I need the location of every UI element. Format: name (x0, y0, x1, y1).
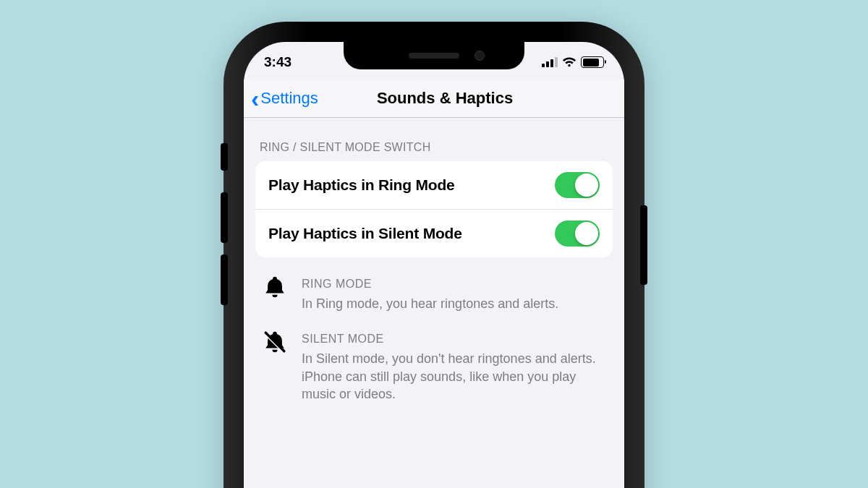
nav-bar: ‹ Settings Sounds & Haptics (244, 80, 624, 118)
mute-switch (221, 143, 228, 171)
toggle-knob (575, 222, 598, 245)
row-label: Play Haptics in Silent Mode (268, 225, 462, 242)
info-ring-mode: RING MODE In Ring mode, you hear rington… (244, 257, 624, 312)
cellular-signal-icon (542, 57, 558, 67)
toggle-haptics-silent-mode[interactable] (555, 221, 600, 247)
back-label: Settings (260, 89, 318, 108)
screen: 3:43 ‹ Settings Sounds & Haptics RING / … (244, 42, 624, 488)
front-camera (475, 51, 485, 61)
info-title: SILENT MODE (302, 333, 605, 346)
battery-icon (581, 56, 604, 68)
bell-slash-icon (263, 330, 289, 403)
phone-frame: 3:43 ‹ Settings Sounds & Haptics RING / … (228, 26, 640, 488)
info-silent-mode: SILENT MODE In Silent mode, you don't he… (244, 312, 624, 403)
bell-icon (263, 275, 289, 312)
power-button (640, 205, 647, 285)
page-title: Sounds & Haptics (377, 89, 513, 108)
volume-up-button (221, 192, 228, 243)
info-body: In Silent mode, you don't hear ringtones… (302, 350, 605, 403)
speaker-grille (409, 53, 459, 59)
back-button[interactable]: ‹ Settings (251, 80, 318, 117)
wifi-icon (562, 57, 576, 67)
content: RING / SILENT MODE SWITCH Play Haptics i… (244, 118, 624, 403)
settings-group: Play Haptics in Ring Mode Play Haptics i… (255, 161, 613, 257)
section-header: RING / SILENT MODE SWITCH (244, 118, 624, 161)
notch (344, 42, 524, 69)
toggle-haptics-ring-mode[interactable] (555, 172, 600, 198)
info-title: RING MODE (302, 278, 605, 291)
toggle-knob (575, 174, 598, 197)
row-haptics-silent-mode[interactable]: Play Haptics in Silent Mode (255, 209, 613, 257)
row-label: Play Haptics in Ring Mode (268, 176, 455, 194)
volume-down-button (221, 254, 228, 305)
info-body: In Ring mode, you hear ringtones and ale… (302, 295, 605, 312)
row-haptics-ring-mode[interactable]: Play Haptics in Ring Mode (255, 161, 613, 209)
status-indicators (542, 56, 604, 68)
status-time: 3:43 (264, 54, 292, 70)
